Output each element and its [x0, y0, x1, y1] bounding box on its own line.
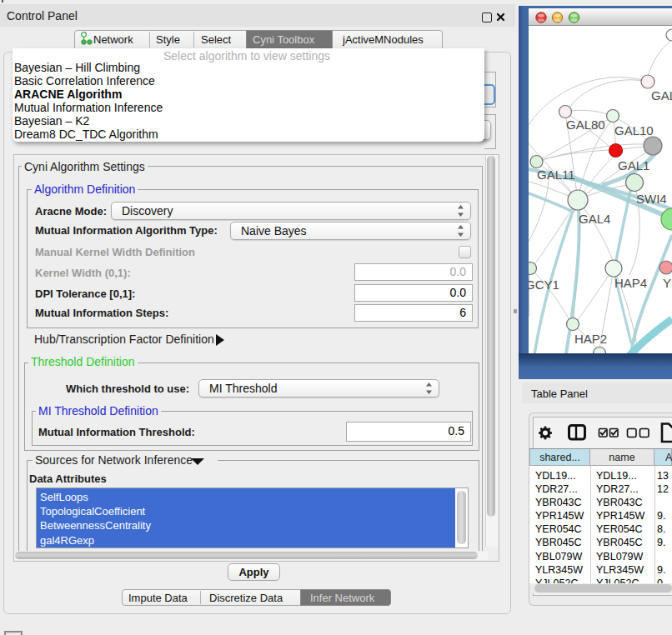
svg-text:GAL4: GAL4	[579, 212, 610, 226]
svg-text:YE: YE	[663, 276, 672, 290]
svg-text:HAP4: HAP4	[614, 276, 647, 290]
svg-text:GAL10: GAL10	[614, 123, 654, 138]
svg-text:GCY1: GCY1	[529, 278, 559, 292]
svg-text:HAP2: HAP2	[574, 332, 607, 346]
svg-text:GAL1: GAL1	[618, 158, 649, 172]
svg-text:GAL11: GAL11	[537, 168, 575, 182]
svg-text:GAL2: GAL2	[651, 88, 672, 102]
svg-text:SWI4: SWI4	[636, 192, 667, 206]
svg-text:GAL80: GAL80	[566, 118, 605, 132]
